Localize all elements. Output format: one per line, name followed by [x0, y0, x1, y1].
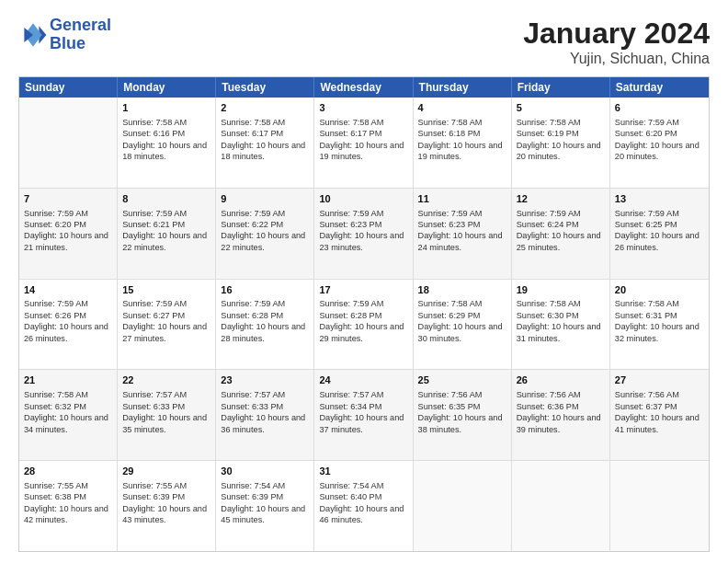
day-number: 5 — [517, 101, 605, 115]
sunset-text: Sunset: 6:34 PM — [319, 401, 407, 412]
sunrise-text: Sunrise: 7:57 AM — [319, 389, 407, 400]
day-number: 19 — [517, 283, 605, 297]
header-day-monday: Monday — [118, 77, 216, 98]
sunrise-text: Sunrise: 7:56 AM — [615, 389, 704, 400]
calendar-day-4: 4Sunrise: 7:58 AMSunset: 6:18 PMDaylight… — [414, 98, 512, 188]
sunset-text: Sunset: 6:35 PM — [418, 401, 506, 412]
calendar-empty-cell — [19, 98, 118, 188]
daylight-text: Daylight: 10 hours and 22 minutes. — [221, 230, 309, 253]
calendar-empty-cell — [414, 461, 512, 551]
calendar-day-26: 26Sunrise: 7:56 AMSunset: 6:36 PMDayligh… — [512, 370, 610, 460]
daylight-text: Daylight: 10 hours and 20 minutes. — [517, 140, 605, 163]
header-day-sunday: Sunday — [19, 77, 118, 98]
calendar-day-24: 24Sunrise: 7:57 AMSunset: 6:34 PMDayligh… — [314, 370, 413, 460]
sunset-text: Sunset: 6:29 PM — [418, 310, 506, 321]
sunrise-text: Sunrise: 7:58 AM — [418, 298, 506, 309]
day-number: 24 — [319, 373, 407, 387]
sunset-text: Sunset: 6:21 PM — [122, 219, 210, 230]
sunset-text: Sunset: 6:28 PM — [221, 310, 309, 321]
calendar-day-9: 9Sunrise: 7:59 AMSunset: 6:22 PMDaylight… — [216, 189, 314, 279]
sunrise-text: Sunrise: 7:59 AM — [615, 117, 704, 128]
header-day-thursday: Thursday — [414, 77, 512, 98]
day-number: 14 — [24, 283, 112, 297]
sunset-text: Sunset: 6:38 PM — [24, 491, 112, 502]
day-number: 11 — [418, 192, 506, 206]
sunrise-text: Sunrise: 7:59 AM — [319, 298, 407, 309]
day-number: 3 — [319, 101, 407, 115]
daylight-text: Daylight: 10 hours and 45 minutes. — [221, 503, 309, 526]
day-number: 30 — [221, 465, 309, 478]
sunrise-text: Sunrise: 7:59 AM — [24, 298, 112, 309]
daylight-text: Daylight: 10 hours and 20 minutes. — [615, 140, 704, 163]
sunrise-text: Sunrise: 7:59 AM — [615, 208, 704, 219]
sunrise-text: Sunrise: 7:54 AM — [221, 480, 309, 491]
sunrise-text: Sunrise: 7:59 AM — [319, 208, 407, 219]
sunset-text: Sunset: 6:23 PM — [418, 219, 506, 230]
calendar-week-3: 14Sunrise: 7:59 AMSunset: 6:26 PMDayligh… — [19, 279, 709, 370]
sunrise-text: Sunrise: 7:58 AM — [615, 298, 704, 309]
calendar-day-27: 27Sunrise: 7:56 AMSunset: 6:37 PMDayligh… — [610, 370, 709, 460]
sunrise-text: Sunrise: 7:56 AM — [418, 389, 506, 400]
day-number: 27 — [615, 373, 704, 387]
daylight-text: Daylight: 10 hours and 19 minutes. — [418, 140, 506, 163]
sunrise-text: Sunrise: 7:58 AM — [517, 298, 605, 309]
sunset-text: Sunset: 6:31 PM — [615, 310, 704, 321]
daylight-text: Daylight: 10 hours and 38 minutes. — [418, 412, 506, 435]
day-number: 16 — [221, 283, 309, 297]
day-number: 1 — [122, 101, 210, 115]
page: General Blue January 2024 Yujin, Sichuan… — [0, 0, 728, 563]
calendar-week-5: 28Sunrise: 7:55 AMSunset: 6:38 PMDayligh… — [19, 460, 709, 551]
calendar-day-2: 2Sunrise: 7:58 AMSunset: 6:17 PMDaylight… — [216, 98, 314, 188]
sunrise-text: Sunrise: 7:54 AM — [319, 480, 407, 491]
sunset-text: Sunset: 6:25 PM — [615, 219, 704, 230]
sunset-text: Sunset: 6:17 PM — [319, 128, 407, 139]
day-number: 13 — [615, 192, 704, 206]
day-number: 7 — [24, 192, 112, 206]
sunset-text: Sunset: 6:33 PM — [122, 401, 210, 412]
calendar-day-14: 14Sunrise: 7:59 AMSunset: 6:26 PMDayligh… — [19, 280, 118, 370]
day-number: 6 — [615, 101, 704, 115]
sunset-text: Sunset: 6:30 PM — [517, 310, 605, 321]
day-number: 22 — [122, 373, 210, 387]
day-number: 10 — [319, 192, 407, 206]
header-day-friday: Friday — [512, 77, 610, 98]
daylight-text: Daylight: 10 hours and 18 minutes. — [122, 140, 210, 163]
calendar-day-17: 17Sunrise: 7:59 AMSunset: 6:28 PMDayligh… — [314, 280, 413, 370]
daylight-text: Daylight: 10 hours and 24 minutes. — [418, 230, 506, 253]
sunset-text: Sunset: 6:39 PM — [122, 491, 210, 502]
daylight-text: Daylight: 10 hours and 46 minutes. — [319, 503, 407, 526]
daylight-text: Daylight: 10 hours and 19 minutes. — [319, 140, 407, 163]
daylight-text: Daylight: 10 hours and 18 minutes. — [221, 140, 309, 163]
daylight-text: Daylight: 10 hours and 42 minutes. — [24, 503, 112, 526]
day-number: 15 — [122, 283, 210, 297]
sunrise-text: Sunrise: 7:59 AM — [24, 208, 112, 219]
sunset-text: Sunset: 6:32 PM — [24, 401, 112, 412]
calendar-day-7: 7Sunrise: 7:59 AMSunset: 6:20 PMDaylight… — [19, 189, 118, 279]
calendar-day-21: 21Sunrise: 7:58 AMSunset: 6:32 PMDayligh… — [19, 370, 118, 460]
sunrise-text: Sunrise: 7:59 AM — [122, 208, 210, 219]
daylight-text: Daylight: 10 hours and 37 minutes. — [319, 412, 407, 435]
sunset-text: Sunset: 6:16 PM — [122, 128, 210, 139]
daylight-text: Daylight: 10 hours and 26 minutes. — [24, 321, 112, 344]
header: General Blue January 2024 Yujin, Sichuan… — [18, 17, 710, 67]
calendar-day-8: 8Sunrise: 7:59 AMSunset: 6:21 PMDaylight… — [118, 189, 216, 279]
calendar-day-12: 12Sunrise: 7:59 AMSunset: 6:24 PMDayligh… — [512, 189, 610, 279]
sunset-text: Sunset: 6:36 PM — [517, 401, 605, 412]
daylight-text: Daylight: 10 hours and 43 minutes. — [122, 503, 210, 526]
sunrise-text: Sunrise: 7:57 AM — [221, 389, 309, 400]
calendar-day-13: 13Sunrise: 7:59 AMSunset: 6:25 PMDayligh… — [610, 189, 709, 279]
calendar-day-3: 3Sunrise: 7:58 AMSunset: 6:17 PMDaylight… — [314, 98, 413, 188]
sunset-text: Sunset: 6:20 PM — [24, 219, 112, 230]
daylight-text: Daylight: 10 hours and 35 minutes. — [122, 412, 210, 435]
sunrise-text: Sunrise: 7:58 AM — [221, 117, 309, 128]
calendar-day-19: 19Sunrise: 7:58 AMSunset: 6:30 PMDayligh… — [512, 280, 610, 370]
sunrise-text: Sunrise: 7:59 AM — [517, 208, 605, 219]
calendar-day-1: 1Sunrise: 7:58 AMSunset: 6:16 PMDaylight… — [118, 98, 216, 188]
day-number: 21 — [24, 373, 112, 387]
sunset-text: Sunset: 6:17 PM — [221, 128, 309, 139]
sunrise-text: Sunrise: 7:58 AM — [418, 117, 506, 128]
day-number: 2 — [221, 101, 309, 115]
day-number: 31 — [319, 465, 407, 478]
header-day-tuesday: Tuesday — [216, 77, 314, 98]
sunrise-text: Sunrise: 7:59 AM — [221, 208, 309, 219]
